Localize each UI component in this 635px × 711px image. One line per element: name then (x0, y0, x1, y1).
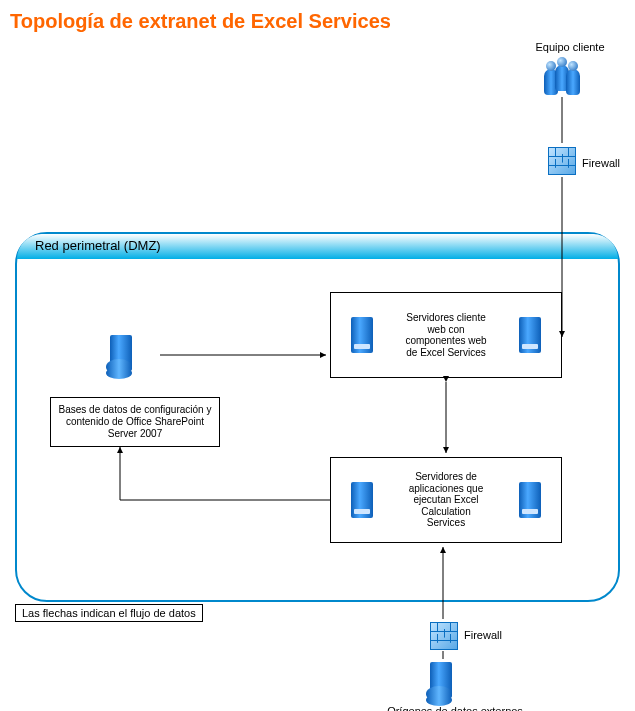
web-servers-label: Servidores cliente web con componentes w… (401, 312, 491, 358)
app-servers-label: Servidores de aplicaciones que ejecutan … (401, 471, 491, 529)
legend-note-text: Las flechas indican el flujo de datos (15, 604, 203, 622)
firewall-top-label: Firewall (582, 157, 620, 170)
server-icon (351, 317, 373, 353)
web-servers-box: Servidores cliente web con componentes w… (330, 292, 562, 378)
firewall-top-icon (548, 147, 576, 177)
dmz-title: Red perimetral (DMZ) (17, 234, 618, 259)
external-data-icon (430, 662, 452, 708)
diagram-canvas: Equipo cliente Firewall Red perimetral (… (10, 37, 625, 711)
server-icon (351, 482, 373, 518)
client-people-icon (542, 61, 582, 97)
legend-note: Las flechas indican el flujo de datos (15, 607, 203, 620)
client-computer-label: Equipo cliente (510, 41, 630, 54)
firewall-bottom-icon (430, 622, 458, 652)
database-label-box: Bases de datos de configuración y conten… (50, 397, 220, 447)
database-icon (110, 335, 132, 381)
server-icon (519, 482, 541, 518)
firewall-bottom-label: Firewall (464, 629, 502, 642)
app-servers-box: Servidores de aplicaciones que ejecutan … (330, 457, 562, 543)
server-icon (519, 317, 541, 353)
diagram-title: Topología de extranet de Excel Services (10, 10, 625, 33)
external-data-label: Orígenes de datos externos (380, 705, 530, 711)
